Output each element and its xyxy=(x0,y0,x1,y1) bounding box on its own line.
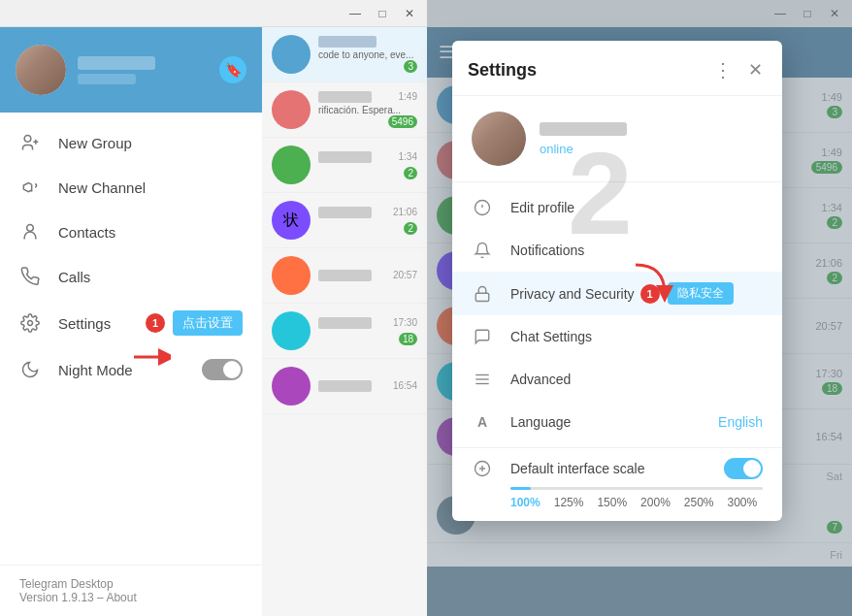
profile-info: online xyxy=(540,122,627,156)
profile-status: online xyxy=(540,142,627,156)
app-version: Version 1.9.13 – About xyxy=(19,591,243,604)
night-mode-label: Night Mode xyxy=(58,362,202,378)
sidebar-item-contacts[interactable]: Contacts xyxy=(0,210,262,254)
profile-name-placeholder xyxy=(540,122,627,136)
chat-item[interactable]: 17:30 18 xyxy=(262,304,427,359)
sidebar-menu: New Group New Channel xyxy=(0,113,262,565)
settings-notifications[interactable]: Notifications xyxy=(452,229,782,272)
privacy-label: Privacy and Security xyxy=(510,286,635,302)
bookmark-icon[interactable]: 🔖 xyxy=(219,56,246,83)
svg-point-3 xyxy=(27,225,34,232)
notifications-icon xyxy=(472,240,493,261)
calls-icon xyxy=(19,266,41,287)
settings-overlay: 2 Settings ⋮ ✕ online xyxy=(427,0,852,616)
scale-100[interactable]: 100% xyxy=(510,496,541,509)
settings-edit-profile[interactable]: Edit profile xyxy=(452,186,782,229)
scale-toggle[interactable] xyxy=(724,458,763,479)
privacy-hint: 隐私安全 xyxy=(668,282,734,305)
contacts-icon xyxy=(19,221,41,243)
sidebar-item-settings[interactable]: Settings 1 点击设置 xyxy=(0,299,262,347)
username-placeholder xyxy=(78,56,155,70)
settings-advanced[interactable]: Advanced xyxy=(452,358,782,401)
sidebar: 🔖 New Group xyxy=(0,27,262,616)
scale-header: Default interface scale xyxy=(472,458,763,479)
privacy-badge: 1 xyxy=(640,284,660,304)
privacy-icon xyxy=(472,283,493,305)
chat-item[interactable]: 状 21:06 2 xyxy=(262,193,427,248)
sidebar-header: 🔖 xyxy=(0,27,262,113)
dialog-title: Settings xyxy=(468,60,709,81)
new-group-icon xyxy=(19,132,41,153)
scale-progress-fill xyxy=(510,487,531,490)
sidebar-item-new-channel[interactable]: New Channel xyxy=(0,165,262,210)
calls-label: Calls xyxy=(58,269,243,285)
edit-profile-icon xyxy=(472,197,493,218)
advanced-icon xyxy=(472,369,493,390)
language-icon: A xyxy=(472,411,493,433)
sidebar-footer: Telegram Desktop Version 1.9.13 – About xyxy=(0,565,262,616)
scale-250[interactable]: 250% xyxy=(684,496,714,509)
language-label: Language xyxy=(510,414,571,430)
phone-placeholder xyxy=(78,74,136,84)
chat-item[interactable]: 20:57 xyxy=(262,248,427,304)
user-info xyxy=(78,56,219,84)
sidebar-item-new-group[interactable]: New Group xyxy=(0,120,262,165)
settings-chat[interactable]: Chat Settings xyxy=(452,315,782,358)
svg-point-0 xyxy=(24,136,31,143)
dialog-more-icon[interactable]: ⋮ xyxy=(709,56,737,83)
chat-item[interactable]: 16:54 xyxy=(262,359,427,414)
settings-language[interactable]: A Language English xyxy=(452,401,782,443)
settings-badge: 1 xyxy=(146,313,165,333)
avatar[interactable] xyxy=(16,45,66,95)
scale-icon xyxy=(472,458,493,479)
settings-privacy[interactable]: Privacy and Security 1 隐私安全 xyxy=(452,272,782,315)
contacts-label: Contacts xyxy=(58,224,243,241)
dialog-close-btn[interactable]: ✕ xyxy=(744,57,767,82)
language-value: English xyxy=(718,414,763,430)
telegram-window: — □ ✕ 🔖 New Gr xyxy=(0,0,427,616)
left-chat-list: code to anyone, eve... 3 1:49 rificación… xyxy=(262,27,427,616)
dialog-menu: Edit profile Notifications Privacy and S… xyxy=(452,182,782,447)
advanced-label: Advanced xyxy=(510,372,571,387)
new-group-label: New Group xyxy=(58,135,243,151)
new-channel-label: New Channel xyxy=(58,179,243,196)
settings-hint: 点击设置 xyxy=(173,310,243,336)
scale-label: Default interface scale xyxy=(510,461,724,476)
svg-point-4 xyxy=(28,321,33,326)
profile-avatar xyxy=(472,112,526,166)
left-maximize-btn[interactable]: □ xyxy=(369,0,396,27)
night-mode-icon xyxy=(19,359,41,380)
edit-profile-label: Edit profile xyxy=(510,200,574,215)
chat-settings-icon xyxy=(472,326,493,347)
left-titlebar: — □ ✕ xyxy=(0,0,427,27)
sidebar-item-calls[interactable]: Calls xyxy=(0,254,262,299)
notifications-label: Notifications xyxy=(510,243,584,258)
dialog-header: Settings ⋮ ✕ xyxy=(452,41,782,96)
sidebar-item-night-mode[interactable]: Night Mode xyxy=(0,347,262,392)
night-mode-toggle[interactable] xyxy=(202,359,243,380)
scale-300[interactable]: 300% xyxy=(728,496,758,509)
settings-icon xyxy=(19,312,41,334)
scale-150[interactable]: 150% xyxy=(597,496,627,509)
chat-item[interactable]: 1:34 2 xyxy=(262,138,427,193)
app-name: Telegram Desktop xyxy=(19,577,243,591)
scale-section: Default interface scale 100% 125% 150% 2… xyxy=(452,447,782,521)
scale-options: 100% 125% 150% 200% 250% 300% xyxy=(510,496,763,509)
new-channel-icon xyxy=(19,177,41,198)
scale-125[interactable]: 125% xyxy=(554,496,584,509)
settings-dialog: Settings ⋮ ✕ online Edit profile xyxy=(452,41,782,521)
left-close-btn[interactable]: ✕ xyxy=(396,0,423,27)
scale-progress-bar[interactable] xyxy=(510,487,763,490)
chat-item[interactable]: 1:49 rificación. Espera... 5496 xyxy=(262,82,427,138)
svg-rect-9 xyxy=(475,293,489,301)
left-minimize-btn[interactable]: — xyxy=(342,0,369,27)
chat-item[interactable]: code to anyone, eve... 3 xyxy=(262,27,427,82)
scale-200[interactable]: 200% xyxy=(640,496,671,509)
settings-label: Settings xyxy=(58,315,146,332)
scale-bar: 100% 125% 150% 200% 250% 300% xyxy=(510,487,763,509)
dialog-profile[interactable]: online xyxy=(452,96,782,182)
chat-settings-label: Chat Settings xyxy=(510,329,592,344)
